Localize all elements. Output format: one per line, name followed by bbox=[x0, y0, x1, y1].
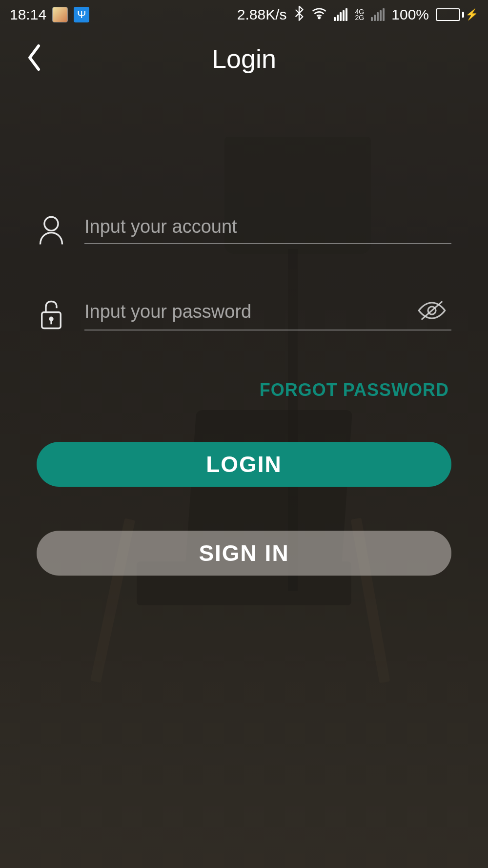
svg-point-0 bbox=[318, 17, 320, 19]
signal-bars-primary bbox=[334, 8, 347, 21]
lock-icon bbox=[37, 299, 66, 331]
password-row bbox=[37, 299, 451, 331]
status-time: 18:14 bbox=[10, 6, 46, 23]
toggle-password-visibility[interactable] bbox=[412, 299, 451, 324]
signin-button[interactable]: SIGN IN bbox=[37, 531, 451, 576]
forgot-password-link[interactable]: FORGOT PASSWORD bbox=[260, 380, 449, 400]
net-speed: 2.88K/s bbox=[237, 6, 287, 23]
account-input[interactable] bbox=[84, 216, 451, 237]
signal-bars-secondary bbox=[371, 8, 385, 21]
password-input[interactable] bbox=[84, 301, 412, 322]
svg-point-1 bbox=[44, 217, 58, 230]
svg-point-3 bbox=[50, 317, 53, 320]
person-icon bbox=[37, 215, 66, 245]
battery-percent: 100% bbox=[391, 6, 429, 23]
login-button[interactable]: LOGIN bbox=[37, 442, 451, 487]
battery-icon: ⚡ bbox=[436, 8, 478, 21]
signal-network-label: 4G 2G bbox=[354, 9, 365, 21]
back-button[interactable] bbox=[24, 43, 44, 74]
header: Login bbox=[0, 29, 488, 88]
account-row bbox=[37, 215, 451, 245]
usb-icon: Ψ bbox=[74, 7, 89, 22]
gallery-app-icon bbox=[52, 7, 68, 22]
bluetooth-icon bbox=[294, 5, 305, 24]
wifi-icon bbox=[311, 6, 327, 23]
page-title: Login bbox=[212, 43, 276, 74]
chevron-left-icon bbox=[24, 43, 44, 72]
status-bar: 18:14 Ψ 2.88K/s 4G 2G 100% bbox=[0, 0, 488, 29]
eye-off-icon bbox=[416, 299, 447, 322]
login-form: FORGOT PASSWORD LOGIN SIGN IN bbox=[0, 215, 488, 576]
